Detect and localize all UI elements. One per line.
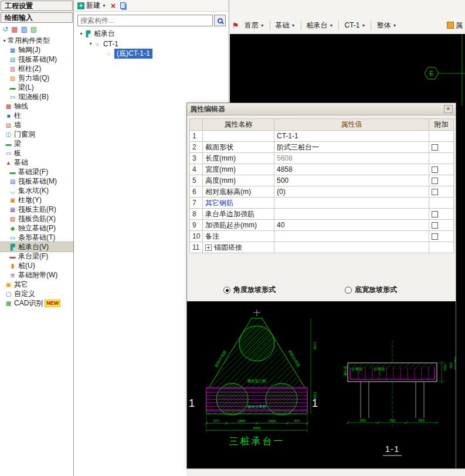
prop-value[interactable]: 5608 — [274, 153, 429, 164]
slope-mode-options: 角度放坡形式 底宽放坡形式 — [187, 285, 456, 295]
dim-side-label: 1350 — [313, 342, 317, 350]
opening-icon: ◫ — [5, 131, 12, 138]
group-opening[interactable]: ◫门窗洞 — [0, 130, 73, 139]
pile-icon: ▮ — [9, 262, 16, 270]
item-sump-pit[interactable]: ◡集水坑(K) — [0, 186, 73, 195]
search-input[interactable] — [77, 15, 213, 26]
category-tree-root-label: 常用构件类型 — [8, 36, 50, 45]
radio-width-slope[interactable]: 底宽放坡形式 — [345, 285, 397, 295]
attach-checkbox[interactable] — [432, 211, 438, 217]
attach-checkbox[interactable] — [432, 166, 438, 173]
dim-side-label: 1500 — [313, 392, 317, 400]
copy-component-button[interactable] — [120, 2, 125, 9]
header-attach: 附加 — [429, 119, 454, 131]
new-component-button[interactable]: +新建▼ — [77, 1, 106, 11]
new-dropdown-icon[interactable]: ▼ — [102, 4, 106, 8]
table-row: 4 宽度(mm) 4858 — [190, 164, 454, 175]
tab-project-settings-label: 工程设置 — [5, 1, 33, 11]
group-beam[interactable]: ▬梁 — [0, 139, 73, 148]
pile-cap-icon: ▛ — [9, 243, 16, 251]
other-icon: ▣ — [5, 281, 12, 288]
view-select[interactable]: 整体▼ — [374, 20, 399, 31]
plan-view: 1 1 377 1500 1500 377 3000 1350 1500 斜 — [189, 310, 318, 446]
custom-icon: ▢ — [5, 290, 12, 298]
type-select[interactable]: 桩承台▼ — [304, 20, 336, 31]
quick-item-frame-column[interactable]: ▥框柱(Z) — [0, 64, 73, 73]
column-pier-icon: ▣ — [9, 196, 16, 204]
prop-name: 长度(mm) — [203, 153, 274, 164]
group-slab[interactable]: ▭板 — [0, 148, 73, 158]
undo-icon[interactable]: ↺ — [2, 25, 8, 33]
attach-checkbox[interactable] — [432, 189, 438, 195]
selected-node-label: (底)CT-1-1 — [114, 49, 152, 59]
floor-select[interactable]: 首层▼ — [242, 20, 267, 31]
item-independent-foundation[interactable]: ◆独立基础(P) — [0, 223, 73, 233]
grid-tool-icon[interactable]: ▦ — [11, 25, 18, 33]
delete-component-button[interactable]: × — [111, 2, 116, 10]
item-raft-foundation[interactable]: ▤筏板基础(M) — [0, 176, 73, 186]
sump-pit-icon: ◡ — [9, 187, 16, 195]
properties-button[interactable]: 属 — [444, 20, 465, 31]
prop-value[interactable] — [274, 198, 429, 209]
group-column[interactable]: ■柱 — [0, 111, 73, 120]
tab-project-settings[interactable]: 工程设置 — [1, 1, 73, 11]
prop-value[interactable] — [274, 231, 429, 242]
group-cad-recognize[interactable]: ▩CAD识别NEW — [0, 298, 73, 308]
attach-checkbox[interactable] — [432, 222, 438, 229]
group-custom[interactable]: ▢自定义 — [0, 289, 73, 298]
search-row — [77, 15, 226, 26]
attach-checkbox[interactable] — [432, 178, 438, 184]
group-axis[interactable]: ▩轴线 — [0, 101, 73, 111]
close-icon[interactable]: × — [444, 105, 453, 113]
tree-node-ct1-1[interactable]: ☼(底)CT-1-1 — [74, 49, 229, 59]
item-raft-neg-rebar[interactable]: ▧筏板负筋(X) — [0, 214, 73, 223]
category-tree-root[interactable]: ▼常用构件类型 — [0, 36, 73, 45]
item-cap-beam[interactable]: ▬承台梁(F) — [0, 251, 73, 261]
prop-value[interactable] — [274, 209, 429, 220]
quick-item-beam[interactable]: ▬梁(L) — [0, 83, 73, 92]
item-column-pier[interactable]: ▣柱墩(Y) — [0, 195, 73, 205]
collapse-icon[interactable]: ▼ — [79, 32, 83, 36]
radio-unselected-icon — [345, 287, 352, 294]
prop-value[interactable]: (0) — [274, 186, 429, 198]
item-pile-cap[interactable]: ▛桩承台(V) — [0, 242, 73, 251]
rebar-label: 纵向分布筋 — [247, 404, 267, 409]
group-other[interactable]: ▣其它 — [0, 280, 73, 289]
item-strip-foundation[interactable]: ▭条形基础(T) — [0, 233, 73, 242]
prop-value[interactable]: CT-1-1 — [274, 131, 429, 142]
item-raft-main-rebar[interactable]: ▦筏板主筋(R) — [0, 205, 73, 214]
attach-checkbox[interactable] — [432, 233, 438, 240]
prop-name: 名称 — [203, 131, 274, 142]
edit-tool-icon[interactable]: ▨ — [21, 25, 27, 33]
quick-item-cast-slab[interactable]: ▭现浇板(B) — [0, 92, 73, 101]
item-foundation-strip[interactable]: ≣基础附带(W) — [0, 270, 73, 280]
tree-node-ct1[interactable]: ▼☼CT-1 — [74, 39, 229, 49]
component-select[interactable]: CT-1▼ — [342, 21, 368, 30]
tab-draw-input[interactable]: 绘图输入 — [1, 12, 73, 23]
search-button[interactable] — [214, 15, 226, 26]
radio-angle-slope[interactable]: 角度放坡形式 — [223, 285, 276, 295]
dialog-titlebar[interactable]: 属性编辑器 × — [187, 103, 456, 115]
quick-item-shear-wall[interactable]: ▧剪力墙(Q) — [0, 73, 73, 83]
item-foundation-beam[interactable]: ▬基础梁(F) — [0, 167, 73, 176]
ct1-node-icon: ☼ — [94, 40, 101, 47]
prop-value[interactable]: 阶式三桩台一 — [274, 142, 429, 153]
prop-value[interactable]: 500 — [274, 175, 429, 186]
group-foundation[interactable]: ▲基础 — [0, 158, 73, 167]
quick-item-axis-grid[interactable]: ▦轴网(J) — [0, 45, 73, 55]
item-pile[interactable]: ▮桩(U) — [0, 261, 73, 270]
prop-name-link[interactable]: 其它钢筋 — [203, 198, 274, 209]
attach-checkbox[interactable] — [432, 144, 438, 151]
quick-item-raft-foundation[interactable]: ▤筏板基础(M) — [0, 55, 73, 64]
expand-plus-icon[interactable]: + — [205, 244, 212, 251]
layer-tool-icon[interactable]: ▤ — [30, 25, 37, 33]
prop-value[interactable]: 4858 — [274, 164, 429, 175]
prop-value[interactable]: 40 — [274, 220, 429, 231]
prop-value[interactable] — [274, 242, 429, 253]
tree-node-pile-cap[interactable]: ▼▛桩承台 — [74, 29, 229, 39]
dim-label: 650 — [419, 419, 425, 422]
collapse-icon[interactable]: ▼ — [89, 42, 93, 46]
group-wall[interactable]: ▤墙 — [0, 120, 73, 130]
category-select[interactable]: 基础▼ — [273, 20, 298, 31]
raft-icon: ▤ — [9, 178, 16, 185]
